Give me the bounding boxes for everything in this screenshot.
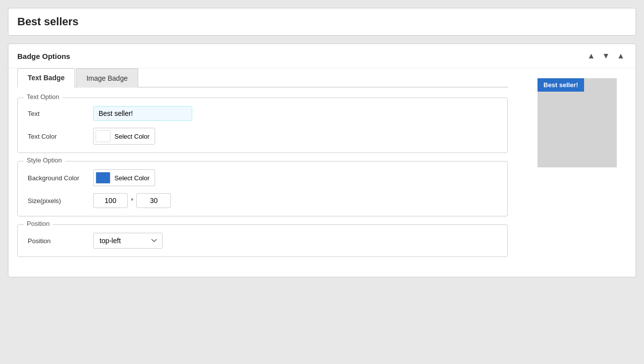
- size-label: Size(pixels): [28, 197, 87, 205]
- move-down-button[interactable]: ▼: [600, 51, 612, 61]
- text-color-row: Text Color Select Color: [28, 128, 497, 145]
- style-option-legend: Style Option: [24, 156, 65, 164]
- size-width-input[interactable]: [93, 193, 128, 208]
- tab-image-badge[interactable]: Image Badge: [76, 68, 138, 88]
- text-option-section: Text Option Text Text Color Select Color: [17, 98, 508, 153]
- tab-bar: Text Badge Image Badge: [17, 68, 508, 88]
- bg-color-button[interactable]: Select Color: [93, 169, 155, 186]
- bg-color-btn-label: Select Color: [114, 174, 150, 182]
- text-color-swatch: [96, 130, 110, 142]
- size-inputs: *: [93, 193, 171, 208]
- text-label: Text: [28, 110, 87, 117]
- panel-right: Best seller!: [528, 68, 627, 265]
- panel-left: Text Badge Image Badge Text Option Text …: [17, 68, 508, 265]
- page-title: Best sellers: [17, 15, 627, 28]
- preview-container: Best seller!: [537, 78, 617, 167]
- tab-text-badge[interactable]: Text Badge: [17, 68, 75, 88]
- bg-color-row: Background Color Select Color: [28, 169, 497, 186]
- text-input[interactable]: [93, 106, 192, 121]
- text-color-button[interactable]: Select Color: [93, 128, 155, 145]
- style-option-section: Style Option Background Color Select Col…: [17, 161, 508, 216]
- panel-title: Badge Options: [17, 52, 70, 60]
- text-field-row: Text: [28, 106, 497, 121]
- position-legend: Position: [24, 220, 53, 227]
- collapse-button[interactable]: ▲: [615, 51, 627, 61]
- move-up-button[interactable]: ▲: [585, 51, 597, 61]
- position-section: Position Position top-left top-right bot…: [17, 224, 508, 257]
- badge-options-panel: Badge Options ▲ ▼ ▲ Text Badge Image Bad…: [8, 44, 636, 277]
- position-label: Position: [28, 237, 87, 245]
- position-select[interactable]: top-left top-right bottom-left bottom-ri…: [93, 233, 162, 249]
- size-height-input[interactable]: [136, 193, 171, 208]
- panel-controls: ▲ ▼ ▲: [585, 51, 627, 61]
- size-separator: *: [131, 197, 133, 205]
- bg-color-label: Background Color: [28, 174, 87, 182]
- panel-header: Badge Options ▲ ▼ ▲: [8, 44, 636, 68]
- text-color-label: Text Color: [28, 133, 87, 140]
- position-row: Position top-left top-right bottom-left …: [28, 233, 497, 249]
- preview-badge: Best seller!: [537, 78, 584, 92]
- text-color-btn-label: Select Color: [114, 133, 150, 140]
- bg-color-swatch: [96, 172, 110, 184]
- size-row: Size(pixels) *: [28, 193, 497, 208]
- panel-body: Text Badge Image Badge Text Option Text …: [8, 68, 636, 265]
- text-option-legend: Text Option: [24, 93, 62, 101]
- title-bar: Best sellers: [8, 8, 636, 36]
